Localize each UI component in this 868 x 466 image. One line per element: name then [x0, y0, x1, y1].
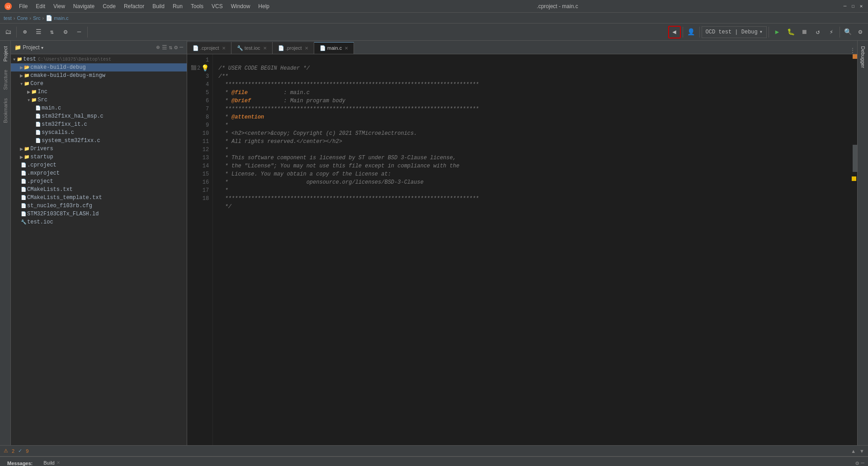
- toolbar-settings-btn[interactable]: ⚙: [59, 26, 72, 38]
- tree-item-cmake-debug[interactable]: ▶ 📂 cmake-build-debug: [11, 63, 187, 71]
- tree-item-startup[interactable]: ▶ 📁 startup: [11, 153, 187, 161]
- tree-item-cmake-mingw[interactable]: ▶ 📁 cmake-build-debug-mingw: [11, 71, 187, 80]
- tree-item-system-stm32[interactable]: 📄 system_stm32f1xx.c: [11, 137, 187, 145]
- tree-item-cmakelists-tpl[interactable]: 📄 CMakeLists_template.txt: [11, 194, 187, 202]
- tree-item-test-ioc[interactable]: 🔧 test.ioc: [11, 218, 187, 226]
- file-tree-panel: 📁 Project ▾ ⊕ ☰ ⇅ ⚙ ─ ▾ 📁 test C:\Users\…: [11, 41, 187, 445]
- tree-min-btn[interactable]: ─: [179, 44, 183, 51]
- toolbar-list-btn[interactable]: ☰: [32, 26, 45, 38]
- tab-main-c[interactable]: 📄 main.c ✕: [314, 42, 354, 54]
- menu-window[interactable]: Window: [227, 2, 254, 10]
- tree-item-core[interactable]: ▾ 📁 Core: [11, 80, 187, 88]
- tree-item-cmakelists[interactable]: 📄 CMakeLists.txt: [11, 185, 187, 194]
- folder-icon: 📁: [23, 72, 30, 79]
- sidebar-tab-bookmarks[interactable]: Bookmarks: [1, 95, 10, 127]
- bottom-panel-minimize-icon[interactable]: ─: [861, 460, 864, 466]
- chevron-right-icon: ▶: [20, 154, 23, 161]
- tree-item-project[interactable]: 📄 .project: [11, 177, 187, 185]
- toolbar-project-btn[interactable]: 🗂: [2, 26, 14, 38]
- tree-item-drivers[interactable]: ▶ 📁 Drivers: [11, 145, 187, 153]
- error-nav-down[interactable]: ▼: [859, 448, 864, 454]
- sidebar-tab-project[interactable]: Project: [1, 43, 10, 65]
- breadcrumb-core[interactable]: Core: [17, 15, 28, 21]
- breadcrumb-bar: test › Core › Src › 📄 main.c: [0, 13, 868, 24]
- reload-button[interactable]: ↺: [811, 26, 824, 38]
- tab-cproject[interactable]: 📄 .cproject ✕: [187, 42, 231, 54]
- tab-project-close[interactable]: ✕: [305, 46, 308, 51]
- menu-code[interactable]: Code: [99, 2, 119, 10]
- tree-item-syscalls[interactable]: 📄 syscalls.c: [11, 128, 187, 137]
- code-content[interactable]: /* USER CODE BEGIN Header */ /** *******…: [213, 54, 851, 445]
- tree-sort-btn[interactable]: ⇅: [169, 44, 173, 51]
- tree-root[interactable]: ▾ 📁 test C:\Users\18375\Desktop\test: [11, 55, 187, 63]
- stop-button[interactable]: ⏹: [798, 26, 811, 38]
- tree-item-hal-msp[interactable]: 📄 stm32f1xx_hal_msp.c: [11, 112, 187, 120]
- tab-project[interactable]: 📄 .project ✕: [273, 42, 314, 54]
- window-controls: ─ ☐ ✕: [842, 3, 864, 10]
- chevron-right-icon: ▶: [20, 72, 23, 79]
- tree-item-flash-ld[interactable]: 📄 STM32F103C8Tx_FLASH.ld: [11, 210, 187, 218]
- search-button[interactable]: 🔍: [842, 26, 854, 38]
- folder-icon: 📁: [30, 88, 38, 95]
- tab-main-c-close[interactable]: ✕: [344, 46, 348, 51]
- menu-refactor[interactable]: Refactor: [120, 2, 148, 10]
- toolbar-user-btn[interactable]: 👤: [685, 26, 698, 38]
- toolbar-minimize-panel-btn[interactable]: ─: [73, 26, 85, 38]
- minimize-button[interactable]: ─: [842, 3, 848, 10]
- menu-vcs[interactable]: VCS: [208, 2, 226, 10]
- run-buttons: ▶ 🐛 ⏹ ↺ ⚡: [771, 26, 838, 38]
- debug-config-dropdown[interactable]: OCD test | Debug ▾: [702, 26, 767, 38]
- toolbar-back-button[interactable]: ◀: [668, 26, 681, 38]
- breadcrumb-mainc[interactable]: 📄 main.c: [46, 15, 68, 21]
- chevron-down-icon: ▾: [20, 81, 23, 87]
- breadcrumb-test[interactable]: test: [4, 15, 12, 21]
- sidebar-tab-debugger[interactable]: Debugger: [859, 43, 868, 71]
- menu-edit[interactable]: Edit: [32, 2, 49, 10]
- flash-button[interactable]: ⚡: [825, 26, 838, 38]
- tree-item-src[interactable]: ▾ 📁 Src: [11, 96, 187, 104]
- tree-item-nucleo-cfg[interactable]: 📄 st_nucleo_f103rb.cfg: [11, 202, 187, 210]
- error-nav-up[interactable]: ▲: [851, 448, 856, 454]
- tree-item-mainc[interactable]: 📄 main.c: [11, 104, 187, 112]
- menu-run[interactable]: Run: [169, 2, 186, 10]
- panel-tab-build[interactable]: Build ✕: [38, 458, 65, 466]
- menu-view[interactable]: View: [50, 2, 69, 10]
- tree-collapse-btn[interactable]: ☰: [162, 44, 167, 51]
- tree-item-it-c[interactable]: 📄 stm32f1xx_it.c: [11, 120, 187, 128]
- tree-locate-btn[interactable]: ⊕: [156, 44, 160, 51]
- menu-file[interactable]: File: [15, 2, 31, 10]
- menu-navigate[interactable]: Navigate: [70, 2, 98, 10]
- menu-help[interactable]: Help: [255, 2, 273, 10]
- toolbar-sep-2: [87, 27, 88, 38]
- window-title: .cproject - main.c: [274, 3, 841, 10]
- tab-cproject-close[interactable]: ✕: [222, 46, 226, 51]
- panel-tab-build-close[interactable]: ✕: [57, 460, 60, 465]
- sidebar-tab-structure[interactable]: Structure: [1, 66, 10, 94]
- tab-test-ioc-close[interactable]: ✕: [263, 46, 267, 51]
- code-editor[interactable]: 1 ⬛2 💡 3 4 5 6 7 8 9 10 11 12 13 14 15 1…: [187, 54, 857, 445]
- close-button[interactable]: ✕: [858, 3, 864, 10]
- toolbar-sync-btn[interactable]: ⊕: [19, 26, 31, 38]
- breadcrumb-src[interactable]: Src: [33, 15, 41, 21]
- tabs-more-icon[interactable]: ⋮: [850, 47, 855, 54]
- menu-tools[interactable]: Tools: [187, 2, 207, 10]
- toolbar-sort-btn[interactable]: ⇅: [46, 26, 58, 38]
- file-icon: 📄: [20, 162, 27, 169]
- settings-gear-button[interactable]: ⚙: [854, 26, 866, 38]
- editor-tabs-bar: 📄 .cproject ✕ 🔧 test.ioc ✕ 📄 .project ✕ …: [187, 41, 857, 54]
- tree-item-mxproject[interactable]: 📄 .mxproject: [11, 169, 187, 177]
- bottom-panel-controls: ⚙ ─: [855, 460, 866, 466]
- file-tree-header: 📁 Project ▾ ⊕ ☰ ⇅ ⚙ ─: [11, 41, 187, 54]
- tree-item-cproject[interactable]: 📄 .cproject: [11, 161, 187, 169]
- tab-test-ioc[interactable]: 🔧 test.ioc ✕: [231, 42, 273, 54]
- menu-build[interactable]: Build: [149, 2, 168, 10]
- tab-project-label: 📄 .project: [278, 45, 302, 51]
- tree-item-inc[interactable]: ▶ 📁 Inc: [11, 88, 187, 96]
- bottom-panel-gear-icon[interactable]: ⚙: [855, 460, 859, 466]
- tree-gear-btn[interactable]: ⚙: [174, 44, 178, 51]
- debug-button[interactable]: 🐛: [784, 26, 797, 38]
- gutter-scrollbar[interactable]: [853, 145, 857, 172]
- maximize-button[interactable]: ☐: [850, 3, 856, 10]
- run-button[interactable]: ▶: [771, 26, 783, 38]
- gutter-mark-2: [852, 176, 856, 181]
